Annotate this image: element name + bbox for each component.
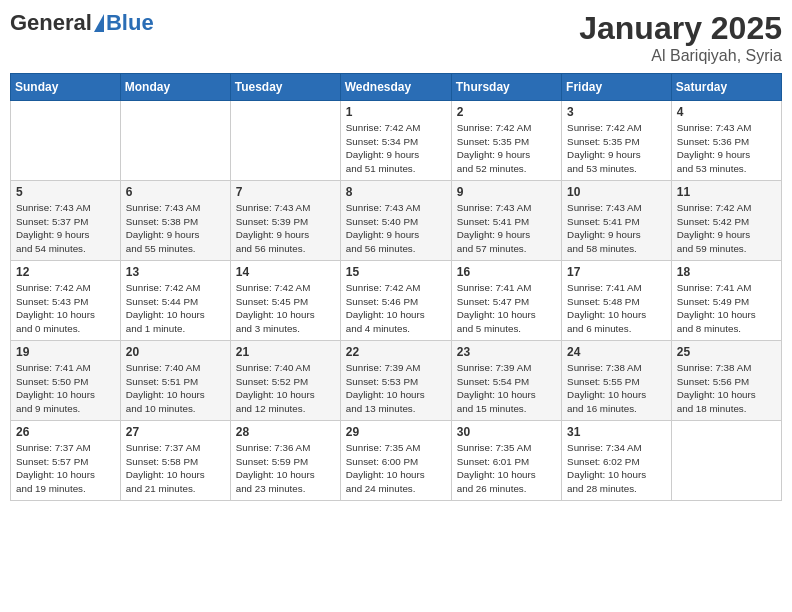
- day-number: 7: [236, 185, 335, 199]
- day-number: 8: [346, 185, 446, 199]
- calendar-cell: 2Sunrise: 7:42 AM Sunset: 5:35 PM Daylig…: [451, 101, 561, 181]
- location-title: Al Bariqiyah, Syria: [579, 47, 782, 65]
- logo-general-text: General: [10, 10, 92, 36]
- day-number: 23: [457, 345, 556, 359]
- calendar-cell: 24Sunrise: 7:38 AM Sunset: 5:55 PM Dayli…: [562, 341, 672, 421]
- day-info: Sunrise: 7:34 AM Sunset: 6:02 PM Dayligh…: [567, 441, 666, 496]
- calendar-cell: 22Sunrise: 7:39 AM Sunset: 5:53 PM Dayli…: [340, 341, 451, 421]
- calendar-cell: 14Sunrise: 7:42 AM Sunset: 5:45 PM Dayli…: [230, 261, 340, 341]
- day-info: Sunrise: 7:41 AM Sunset: 5:49 PM Dayligh…: [677, 281, 776, 336]
- weekday-header-friday: Friday: [562, 74, 672, 101]
- day-info: Sunrise: 7:43 AM Sunset: 5:38 PM Dayligh…: [126, 201, 225, 256]
- weekday-header-tuesday: Tuesday: [230, 74, 340, 101]
- day-info: Sunrise: 7:40 AM Sunset: 5:52 PM Dayligh…: [236, 361, 335, 416]
- calendar-cell: 3Sunrise: 7:42 AM Sunset: 5:35 PM Daylig…: [562, 101, 672, 181]
- day-info: Sunrise: 7:39 AM Sunset: 5:54 PM Dayligh…: [457, 361, 556, 416]
- day-info: Sunrise: 7:42 AM Sunset: 5:35 PM Dayligh…: [567, 121, 666, 176]
- weekday-header-sunday: Sunday: [11, 74, 121, 101]
- calendar-cell: [671, 421, 781, 501]
- day-number: 29: [346, 425, 446, 439]
- day-info: Sunrise: 7:35 AM Sunset: 6:00 PM Dayligh…: [346, 441, 446, 496]
- weekday-header-saturday: Saturday: [671, 74, 781, 101]
- calendar-cell: [11, 101, 121, 181]
- month-title: January 2025: [579, 10, 782, 47]
- title-block: January 2025 Al Bariqiyah, Syria: [579, 10, 782, 65]
- day-number: 18: [677, 265, 776, 279]
- calendar-cell: 26Sunrise: 7:37 AM Sunset: 5:57 PM Dayli…: [11, 421, 121, 501]
- day-info: Sunrise: 7:36 AM Sunset: 5:59 PM Dayligh…: [236, 441, 335, 496]
- day-number: 2: [457, 105, 556, 119]
- day-info: Sunrise: 7:40 AM Sunset: 5:51 PM Dayligh…: [126, 361, 225, 416]
- calendar-cell: 23Sunrise: 7:39 AM Sunset: 5:54 PM Dayli…: [451, 341, 561, 421]
- calendar-cell: 5Sunrise: 7:43 AM Sunset: 5:37 PM Daylig…: [11, 181, 121, 261]
- day-number: 25: [677, 345, 776, 359]
- calendar-cell: 1Sunrise: 7:42 AM Sunset: 5:34 PM Daylig…: [340, 101, 451, 181]
- calendar-cell: 27Sunrise: 7:37 AM Sunset: 5:58 PM Dayli…: [120, 421, 230, 501]
- calendar-cell: 13Sunrise: 7:42 AM Sunset: 5:44 PM Dayli…: [120, 261, 230, 341]
- day-info: Sunrise: 7:41 AM Sunset: 5:48 PM Dayligh…: [567, 281, 666, 336]
- calendar-cell: 12Sunrise: 7:42 AM Sunset: 5:43 PM Dayli…: [11, 261, 121, 341]
- day-info: Sunrise: 7:38 AM Sunset: 5:55 PM Dayligh…: [567, 361, 666, 416]
- day-info: Sunrise: 7:43 AM Sunset: 5:36 PM Dayligh…: [677, 121, 776, 176]
- day-number: 26: [16, 425, 115, 439]
- day-number: 15: [346, 265, 446, 279]
- day-number: 3: [567, 105, 666, 119]
- day-number: 11: [677, 185, 776, 199]
- weekday-header-wednesday: Wednesday: [340, 74, 451, 101]
- day-info: Sunrise: 7:42 AM Sunset: 5:44 PM Dayligh…: [126, 281, 225, 336]
- weekday-header-thursday: Thursday: [451, 74, 561, 101]
- day-info: Sunrise: 7:42 AM Sunset: 5:43 PM Dayligh…: [16, 281, 115, 336]
- calendar-week-row: 5Sunrise: 7:43 AM Sunset: 5:37 PM Daylig…: [11, 181, 782, 261]
- day-number: 14: [236, 265, 335, 279]
- day-info: Sunrise: 7:35 AM Sunset: 6:01 PM Dayligh…: [457, 441, 556, 496]
- day-number: 6: [126, 185, 225, 199]
- calendar-header-row: SundayMondayTuesdayWednesdayThursdayFrid…: [11, 74, 782, 101]
- calendar-cell: 25Sunrise: 7:38 AM Sunset: 5:56 PM Dayli…: [671, 341, 781, 421]
- day-info: Sunrise: 7:43 AM Sunset: 5:39 PM Dayligh…: [236, 201, 335, 256]
- calendar-week-row: 12Sunrise: 7:42 AM Sunset: 5:43 PM Dayli…: [11, 261, 782, 341]
- calendar-cell: 29Sunrise: 7:35 AM Sunset: 6:00 PM Dayli…: [340, 421, 451, 501]
- day-info: Sunrise: 7:42 AM Sunset: 5:34 PM Dayligh…: [346, 121, 446, 176]
- day-number: 5: [16, 185, 115, 199]
- day-number: 4: [677, 105, 776, 119]
- day-info: Sunrise: 7:41 AM Sunset: 5:50 PM Dayligh…: [16, 361, 115, 416]
- calendar-cell: 8Sunrise: 7:43 AM Sunset: 5:40 PM Daylig…: [340, 181, 451, 261]
- calendar-cell: 7Sunrise: 7:43 AM Sunset: 5:39 PM Daylig…: [230, 181, 340, 261]
- calendar-cell: [230, 101, 340, 181]
- calendar-cell: 15Sunrise: 7:42 AM Sunset: 5:46 PM Dayli…: [340, 261, 451, 341]
- day-info: Sunrise: 7:42 AM Sunset: 5:42 PM Dayligh…: [677, 201, 776, 256]
- calendar-cell: 6Sunrise: 7:43 AM Sunset: 5:38 PM Daylig…: [120, 181, 230, 261]
- day-number: 17: [567, 265, 666, 279]
- calendar-week-row: 26Sunrise: 7:37 AM Sunset: 5:57 PM Dayli…: [11, 421, 782, 501]
- weekday-header-monday: Monday: [120, 74, 230, 101]
- calendar-cell: [120, 101, 230, 181]
- day-number: 10: [567, 185, 666, 199]
- day-info: Sunrise: 7:43 AM Sunset: 5:37 PM Dayligh…: [16, 201, 115, 256]
- calendar-cell: 21Sunrise: 7:40 AM Sunset: 5:52 PM Dayli…: [230, 341, 340, 421]
- day-number: 24: [567, 345, 666, 359]
- day-info: Sunrise: 7:41 AM Sunset: 5:47 PM Dayligh…: [457, 281, 556, 336]
- calendar-cell: 10Sunrise: 7:43 AM Sunset: 5:41 PM Dayli…: [562, 181, 672, 261]
- logo-triangle-icon: [94, 14, 104, 32]
- calendar-week-row: 1Sunrise: 7:42 AM Sunset: 5:34 PM Daylig…: [11, 101, 782, 181]
- day-number: 21: [236, 345, 335, 359]
- logo-blue-text: Blue: [106, 10, 154, 36]
- day-info: Sunrise: 7:43 AM Sunset: 5:40 PM Dayligh…: [346, 201, 446, 256]
- day-info: Sunrise: 7:39 AM Sunset: 5:53 PM Dayligh…: [346, 361, 446, 416]
- calendar-cell: 30Sunrise: 7:35 AM Sunset: 6:01 PM Dayli…: [451, 421, 561, 501]
- day-number: 9: [457, 185, 556, 199]
- logo: General Blue: [10, 10, 154, 36]
- day-number: 13: [126, 265, 225, 279]
- calendar-table: SundayMondayTuesdayWednesdayThursdayFrid…: [10, 73, 782, 501]
- day-info: Sunrise: 7:37 AM Sunset: 5:57 PM Dayligh…: [16, 441, 115, 496]
- day-info: Sunrise: 7:42 AM Sunset: 5:46 PM Dayligh…: [346, 281, 446, 336]
- day-number: 30: [457, 425, 556, 439]
- calendar-cell: 9Sunrise: 7:43 AM Sunset: 5:41 PM Daylig…: [451, 181, 561, 261]
- day-number: 31: [567, 425, 666, 439]
- day-number: 12: [16, 265, 115, 279]
- day-number: 22: [346, 345, 446, 359]
- calendar-cell: 11Sunrise: 7:42 AM Sunset: 5:42 PM Dayli…: [671, 181, 781, 261]
- day-info: Sunrise: 7:38 AM Sunset: 5:56 PM Dayligh…: [677, 361, 776, 416]
- page-header: General Blue January 2025 Al Bariqiyah, …: [10, 10, 782, 65]
- day-number: 1: [346, 105, 446, 119]
